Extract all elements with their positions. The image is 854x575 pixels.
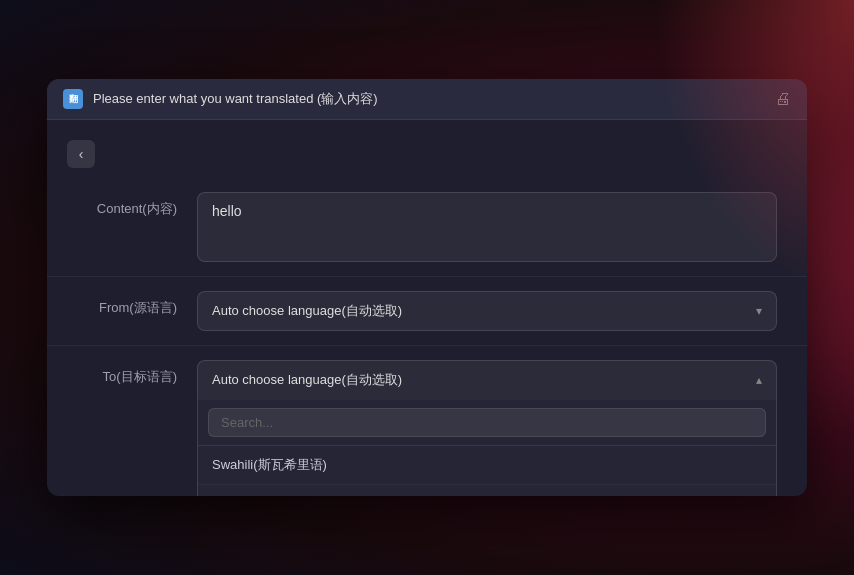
from-row: From(源语言) Auto choose language(自动选取) ▾ xyxy=(47,277,807,346)
chevron-down-icon: ▾ xyxy=(756,304,762,318)
from-select-value: Auto choose language(自动选取) xyxy=(212,302,402,320)
app-icon: 翻 xyxy=(63,89,83,109)
window-title: Please enter what you want translated (输… xyxy=(93,90,765,108)
content-input[interactable]: hello xyxy=(197,192,777,262)
to-row: To(目标语言) Auto choose language(自动选取) ▴ Sw… xyxy=(47,346,807,414)
to-select-wrapper: Auto choose language(自动选取) ▴ Swahili(斯瓦希… xyxy=(197,360,777,400)
form-content: ‹ Content(内容) hello From(源语言) Auto choos… xyxy=(47,120,807,496)
chevron-up-icon: ▴ xyxy=(756,373,762,387)
language-dropdown: Swahili(斯瓦希里语)Latvian(拉脱维亚语)Lithuanian(立… xyxy=(197,400,777,496)
to-select-button[interactable]: Auto choose language(自动选取) ▴ xyxy=(197,360,777,400)
print-icon[interactable]: 🖨 xyxy=(775,90,791,108)
content-row: Content(内容) hello xyxy=(47,178,807,277)
list-item[interactable]: Latvian(拉脱维亚语) xyxy=(198,485,776,496)
from-select-wrapper: Auto choose language(自动选取) ▾ xyxy=(197,291,777,331)
content-label: Content(内容) xyxy=(77,192,197,218)
dropdown-items-list: Swahili(斯瓦希里语)Latvian(拉脱维亚语)Lithuanian(立… xyxy=(198,446,776,496)
search-input[interactable] xyxy=(208,408,766,437)
back-button[interactable]: ‹ xyxy=(67,140,95,168)
to-label: To(目标语言) xyxy=(77,360,197,386)
from-select-button[interactable]: Auto choose language(自动选取) ▾ xyxy=(197,291,777,331)
to-select-value: Auto choose language(自动选取) xyxy=(212,371,402,389)
list-item[interactable]: Swahili(斯瓦希里语) xyxy=(198,446,776,485)
titlebar: 翻 Please enter what you want translated … xyxy=(47,79,807,120)
search-row xyxy=(198,400,776,446)
from-label: From(源语言) xyxy=(77,291,197,317)
main-window: 翻 Please enter what you want translated … xyxy=(47,79,807,496)
